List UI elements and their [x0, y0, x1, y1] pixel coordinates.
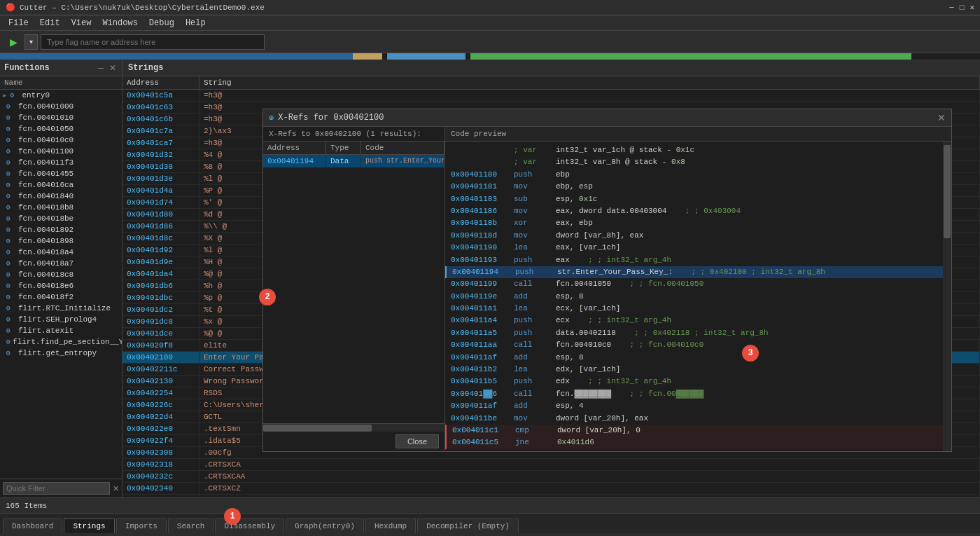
string-address: 0x00401d9e — [122, 256, 200, 268]
function-name: fcn.004018c8 — [18, 270, 74, 279]
sidebar-item[interactable]: ⚙ fcn.004018a7 — [0, 258, 122, 269]
string-address: 0x00401ca7 — [122, 137, 200, 149]
tab-decompiler--empty-[interactable]: Decompiler (Empty) — [417, 518, 519, 533]
sidebar-list[interactable]: ▶ ⚙ entry0 ⚙ fcn.00401000 ⚙ fcn.00401010… — [0, 90, 122, 479]
play-button[interactable]: ▶ — [6, 34, 22, 50]
line-operands: eax, [var_1ch] — [556, 242, 937, 253]
menu-debug[interactable]: Debug — [144, 17, 180, 29]
function-name: fcn.004018be — [18, 214, 74, 223]
tab-search[interactable]: Search — [168, 518, 214, 533]
maximize-btn[interactable]: □ — [960, 4, 965, 12]
strings-header: Strings — [122, 60, 980, 76]
sidebar-item[interactable]: ⚙ fcn.00401050 — [0, 123, 122, 135]
line-operands: dword [var_20h], eax — [556, 413, 937, 424]
sidebar-item[interactable]: ⚙ fcn.00401840 — [0, 191, 122, 202]
close-btn[interactable]: ✕ — [969, 3, 974, 12]
line-addr: 0x0040118d — [451, 231, 514, 241]
sidebar-item[interactable]: ⚙ fcn.00401455 — [0, 168, 122, 179]
xrefs-code: push str.Enter_Your_Pass_Key_: — [361, 155, 444, 167]
xrefs-row[interactable]: 0x00401194 Data push str.Enter_Your_Pass… — [263, 155, 444, 167]
line-operands: 0x4011d6 — [557, 437, 937, 448]
tab-dashboard[interactable]: Dashboard — [3, 518, 62, 533]
sidebar-minimize-btn[interactable]: ─ — [96, 63, 105, 73]
sidebar-item[interactable]: ⚙ fcn.00401000 — [0, 101, 122, 112]
minimize-btn[interactable]: ─ — [949, 4, 954, 12]
string-address: 0x00402254 — [122, 387, 200, 399]
sidebar-close-btn[interactable]: ✕ — [108, 63, 118, 73]
line-instr: push — [514, 170, 556, 180]
sidebar-item[interactable]: ⚙ fcn.00401010 — [0, 112, 122, 123]
play-dropdown[interactable]: ▾ — [24, 34, 38, 50]
function-name: flirt.get_entropy — [18, 349, 97, 357]
flag-input[interactable] — [41, 34, 265, 50]
function-icon: ⚙ — [6, 147, 16, 156]
line-operands: fcn.004010c0 ; ; fcn.004010c0 — [556, 340, 937, 350]
clear-filter-button[interactable]: ✕ — [113, 484, 119, 493]
sidebar-item[interactable]: ▶ ⚙ entry0 — [0, 90, 122, 101]
strings-row[interactable]: 0x00401c5a =h3@ — [122, 90, 980, 102]
line-addr: 0x00401181 — [451, 181, 514, 192]
string-address: 0x00401d38 — [122, 161, 200, 172]
string-address: 0x00402308 — [122, 447, 200, 458]
string-address: 0x00401d8c — [122, 233, 200, 244]
function-name: flirt.RTC_Initialize — [18, 304, 111, 312]
xrefs-scrollbar-h[interactable] — [263, 423, 444, 432]
sidebar-item[interactable]: ⚙ flirt.find_pe_section__YAPA — [0, 336, 122, 348]
code-line: 0x00401193 push eax ; ; int32_t arg_4h — [445, 254, 943, 266]
sidebar-item[interactable]: ⚙ fcn.00401898 — [0, 235, 122, 247]
items-count: 165 Items — [6, 502, 47, 510]
string-value: .CRTSXIA — [200, 495, 980, 497]
strings-row[interactable]: 0x0040232c .CRTSXCAA — [122, 471, 980, 483]
strings-row[interactable]: 0x00402318 .CRTSXCA — [122, 459, 980, 471]
line-operands: int32_t var_1ch @ stack - 0x1c — [556, 145, 937, 156]
line-addr: 0x00401199 — [451, 279, 514, 289]
sidebar-item[interactable]: ⚙ flirt.RTC_Initialize — [0, 303, 122, 314]
sidebar: Functions ─ ✕ Name ▶ ⚙ entry0 ⚙ fcn.0040… — [0, 60, 122, 497]
sidebar-item[interactable]: ⚙ fcn.004018c8 — [0, 269, 122, 280]
sidebar-item[interactable]: ⚙ flirt.atexit — [0, 325, 122, 336]
line-addr: 0x004011be — [451, 413, 514, 424]
tab-disassembly[interactable]: Disassembly — [215, 518, 284, 533]
tab-hexdump[interactable]: Hexdump — [365, 518, 416, 533]
sidebar-item[interactable]: ⚙ fcn.004018a4 — [0, 247, 122, 258]
code-scrollbar[interactable] — [943, 142, 951, 451]
menu-help[interactable]: Help — [180, 17, 211, 29]
function-icon: ⚙ — [6, 181, 16, 189]
sidebar-item[interactable]: ⚙ flirt.SEH_prolog4 — [0, 314, 122, 325]
xrefs-close-button[interactable]: Close — [396, 434, 439, 448]
menu-edit[interactable]: Edit — [34, 17, 66, 29]
menu-windows[interactable]: Windows — [97, 17, 143, 29]
function-name: fcn.004018f2 — [18, 293, 74, 301]
sidebar-item[interactable]: ⚙ flirt.get_entropy — [0, 348, 122, 359]
xrefs-table-header: Address Type Code — [263, 142, 444, 155]
tab-strings[interactable]: Strings — [64, 518, 114, 533]
strings-row[interactable]: 0x00402354 .CRTSXIA — [122, 495, 980, 497]
sidebar-item[interactable]: ⚙ fcn.004010c0 — [0, 135, 122, 146]
line-instr: push — [515, 267, 557, 277]
sidebar-item[interactable]: ⚙ fcn.004011f3 — [0, 157, 122, 168]
function-icon: ⚙ — [6, 170, 16, 178]
menu-view[interactable]: View — [66, 17, 97, 29]
line-addr: 0x004011a1 — [451, 303, 514, 314]
sidebar-item[interactable]: ⚙ fcn.004016ca — [0, 179, 122, 191]
tab-graph-entry0-[interactable]: Graph(entry0) — [286, 518, 364, 533]
line-addr: 0x004011c1 — [452, 425, 515, 436]
line-instr: lea — [514, 303, 556, 314]
line-instr: call — [514, 279, 556, 289]
sidebar-item[interactable]: ⚙ fcn.00401100 — [0, 146, 122, 157]
string-address: 0x00401dc8 — [122, 316, 200, 327]
xrefs-close-icon[interactable]: ✕ — [937, 112, 946, 123]
sidebar-item[interactable]: ⚙ fcn.004018f2 — [0, 291, 122, 303]
xrefs-th-address: Address — [263, 142, 326, 154]
xrefs-rows[interactable]: 0x00401194 Data push str.Enter_Your_Pass… — [263, 155, 444, 167]
sidebar-item[interactable]: ⚙ fcn.004018b8 — [0, 202, 122, 213]
sidebar-item[interactable]: ⚙ fcn.00401892 — [0, 224, 122, 235]
quick-filter-input[interactable] — [3, 482, 110, 495]
sidebar-item[interactable]: ⚙ fcn.004018e6 — [0, 280, 122, 291]
code-content[interactable]: ; var int32_t var_1ch @ stack - 0x1c ; v… — [445, 142, 943, 451]
menu-file[interactable]: File — [3, 17, 34, 29]
tab-imports[interactable]: Imports — [116, 518, 167, 533]
line-instr: mov — [514, 181, 556, 192]
sidebar-item[interactable]: ⚙ fcn.004018be — [0, 213, 122, 224]
strings-row[interactable]: 0x00402340 .CRTSXCZ — [122, 483, 980, 495]
